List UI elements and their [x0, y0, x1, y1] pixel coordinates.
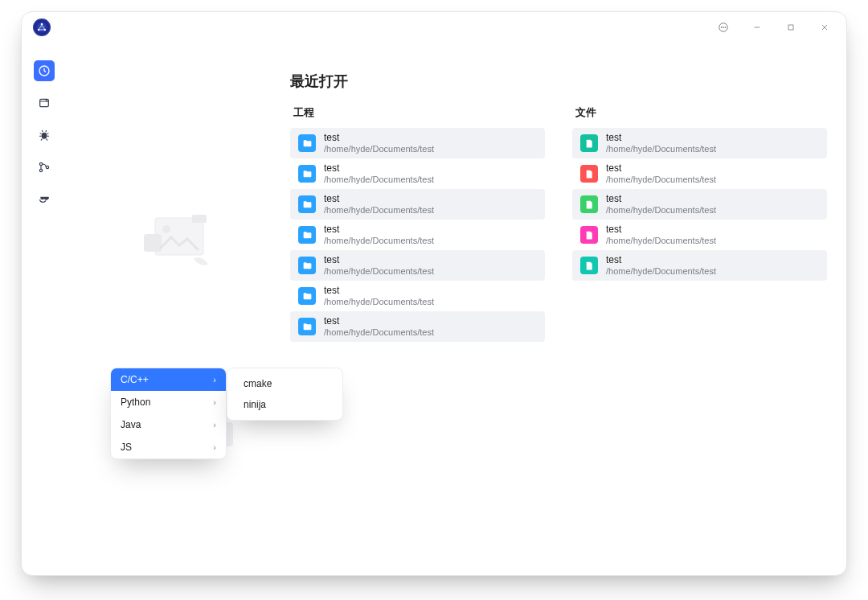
activity-debug-icon[interactable] — [34, 125, 55, 146]
project-item[interactable]: test/home/hyde/Documents/test — [290, 158, 545, 189]
project-item[interactable]: test/home/hyde/Documents/test — [290, 281, 545, 311]
build-system-item-label: ninija — [244, 399, 266, 410]
language-menu-item[interactable]: C/C++› — [111, 368, 226, 391]
project-item-path: /home/hyde/Documents/test — [324, 236, 434, 246]
language-menu-item[interactable]: JS› — [111, 436, 226, 458]
file-list: test/home/hyde/Documents/testtest/home/h… — [572, 128, 827, 281]
projects-heading: 工程 — [290, 105, 545, 120]
file-item-path: /home/hyde/Documents/test — [606, 175, 716, 185]
svg-point-1 — [38, 29, 40, 31]
svg-point-2 — [44, 29, 47, 31]
project-item-path: /home/hyde/Documents/test — [324, 144, 434, 154]
placeholder-artwork — [142, 213, 223, 274]
svg-rect-8 — [788, 25, 793, 30]
svg-rect-18 — [192, 215, 207, 223]
file-item-path: /home/hyde/Documents/test — [606, 144, 716, 154]
file-item-path: /home/hyde/Documents/test — [606, 205, 716, 216]
project-item-name: test — [324, 286, 434, 297]
chevron-right-icon: › — [213, 420, 216, 429]
language-menu-item-label: Java — [121, 419, 141, 430]
file-icon — [580, 134, 598, 152]
svg-point-4 — [721, 27, 722, 28]
project-item[interactable]: test/home/hyde/Documents/test — [290, 311, 545, 342]
file-icon — [580, 226, 598, 244]
svg-point-20 — [162, 225, 170, 233]
new-project-language-menu: C/C++›Python›Java›JS› — [110, 368, 227, 459]
file-item-name: test — [606, 194, 716, 205]
file-item[interactable]: test/home/hyde/Documents/test — [572, 189, 827, 220]
folder-icon — [298, 134, 316, 152]
svg-point-6 — [725, 27, 726, 28]
new-project-build-submenu: cmakeninija — [227, 368, 343, 421]
project-item-name: test — [324, 316, 434, 327]
project-item-name: test — [324, 224, 434, 236]
activity-bar — [22, 52, 67, 210]
maximize-button[interactable] — [777, 16, 805, 39]
project-item[interactable]: test/home/hyde/Documents/test — [290, 250, 545, 281]
file-item-name: test — [606, 224, 716, 236]
file-item[interactable]: test/home/hyde/Documents/test — [572, 128, 827, 158]
language-menu-item-label: Python — [121, 397, 150, 408]
project-item-path: /home/hyde/Documents/test — [324, 205, 434, 216]
folder-icon — [298, 226, 316, 244]
page-title: 最近打开 — [290, 72, 827, 91]
project-item[interactable]: test/home/hyde/Documents/test — [290, 189, 545, 220]
svg-point-13 — [42, 133, 47, 139]
main-content: 最近打开 工程 test/home/hyde/Documents/testtes… — [271, 60, 846, 575]
svg-point-5 — [723, 27, 724, 28]
file-item-name: test — [606, 133, 716, 144]
folder-icon — [298, 287, 316, 305]
svg-point-14 — [39, 162, 42, 165]
project-item-name: test — [324, 194, 434, 205]
project-item-path: /home/hyde/Documents/test — [324, 327, 434, 338]
chevron-right-icon: › — [213, 397, 216, 407]
project-item-path: /home/hyde/Documents/test — [324, 297, 434, 307]
language-menu-item[interactable]: Java› — [111, 413, 226, 436]
titlebar — [22, 12, 846, 43]
project-item-name: test — [324, 163, 434, 175]
project-item-name: test — [324, 133, 434, 144]
minimize-button[interactable] — [743, 16, 771, 39]
activity-editor-icon[interactable] — [34, 92, 55, 113]
file-item-path: /home/hyde/Documents/test — [606, 266, 716, 277]
app-window: 打开文件 打开工程 最近打开 工程 test/home/hyde/Documen… — [21, 11, 847, 576]
svg-rect-12 — [40, 99, 49, 106]
file-icon — [580, 165, 598, 183]
file-item-path: /home/hyde/Documents/test — [606, 236, 716, 246]
recent-projects-panel: 工程 test/home/hyde/Documents/testtest/hom… — [290, 105, 545, 342]
svg-rect-19 — [144, 234, 162, 252]
file-item-name: test — [606, 255, 716, 266]
activity-recent-icon[interactable] — [34, 60, 55, 81]
files-heading: 文件 — [572, 105, 827, 120]
language-menu-item-label: JS — [121, 442, 132, 453]
file-item[interactable]: test/home/hyde/Documents/test — [572, 250, 827, 281]
project-item-path: /home/hyde/Documents/test — [324, 266, 434, 277]
file-icon — [580, 257, 598, 274]
build-system-item-label: cmake — [244, 378, 272, 389]
project-list: test/home/hyde/Documents/testtest/home/h… — [290, 128, 545, 342]
chevron-right-icon: › — [213, 442, 216, 452]
folder-icon — [298, 257, 316, 274]
welcome-column: 打开文件 打开工程 — [94, 60, 271, 205]
folder-icon — [298, 195, 316, 213]
app-logo — [33, 18, 51, 36]
project-item[interactable]: test/home/hyde/Documents/test — [290, 220, 545, 250]
svg-point-0 — [41, 23, 43, 26]
close-button[interactable] — [811, 16, 838, 39]
file-item[interactable]: test/home/hyde/Documents/test — [572, 220, 827, 250]
file-item[interactable]: test/home/hyde/Documents/test — [572, 158, 827, 189]
activity-snippets-icon[interactable] — [34, 189, 55, 210]
build-system-item[interactable]: ninija — [227, 394, 342, 415]
build-system-item[interactable]: cmake — [227, 373, 342, 394]
recent-files-panel: 文件 test/home/hyde/Documents/testtest/hom… — [572, 105, 827, 342]
folder-icon — [298, 165, 316, 183]
project-item-path: /home/hyde/Documents/test — [324, 175, 434, 185]
more-icon[interactable] — [710, 16, 737, 39]
language-menu-item[interactable]: Python› — [111, 391, 226, 413]
language-menu-item-label: C/C++ — [121, 374, 149, 385]
file-icon — [580, 195, 598, 213]
activity-git-icon[interactable] — [34, 157, 55, 178]
file-item-name: test — [606, 163, 716, 175]
project-item[interactable]: test/home/hyde/Documents/test — [290, 128, 545, 158]
project-item-name: test — [324, 255, 434, 266]
